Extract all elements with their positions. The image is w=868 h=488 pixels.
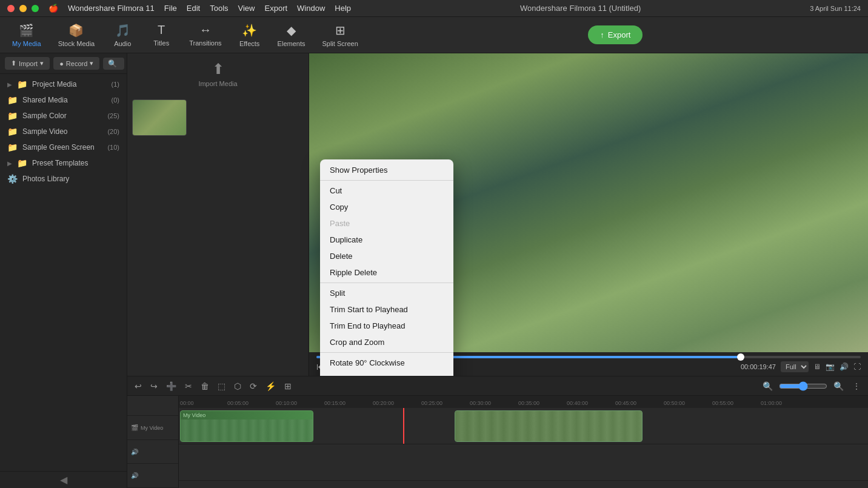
ctx-rotate-ccw[interactable]: Rotate 90° CounterClockwise (320, 371, 453, 376)
shared-media-label: Shared Media (22, 96, 68, 104)
record-label: Record (66, 60, 87, 67)
export-icon: ↑ (600, 30, 604, 39)
export-button[interactable]: ↑ Export (588, 25, 643, 44)
media-thumbnail-1[interactable] (132, 99, 187, 136)
ctx-ripple-delete[interactable]: Ripple Delete (320, 264, 453, 281)
mask-button[interactable]: ⬡ (232, 380, 244, 392)
toolbar-titles[interactable]: T Titles (143, 19, 179, 51)
toolbar-split-screen[interactable]: ⊞ Split Screen (315, 19, 365, 51)
ctx-trim-end[interactable]: Trim End to Playhead (320, 318, 453, 334)
ctx-trim-start[interactable]: Trim Start to Playhead (320, 301, 453, 318)
sidebar-item-sample-color[interactable]: 📁 Sample Color (25) (0, 108, 127, 124)
more-button[interactable]: ⋮ (850, 380, 863, 392)
record-icon: ● (59, 60, 64, 67)
crop-button[interactable]: ⬚ (215, 380, 228, 392)
screenshot-icon[interactable]: 📷 (826, 363, 835, 371)
split-screen-icon: ⊞ (335, 23, 346, 38)
ctx-crop-zoom[interactable]: Crop and Zoom (320, 334, 453, 350)
toolbar-transitions[interactable]: ↔ Transitions (182, 19, 229, 51)
ctx-separator-1 (320, 180, 453, 181)
minimize-button[interactable] (19, 5, 27, 12)
mac-menu: 🍎 Wondershare Filmora 11 File Edit Tools… (48, 4, 351, 13)
zoom-fit-button[interactable]: ⊞ (282, 380, 294, 392)
app-menu[interactable]: Wondershare Filmora 11 (68, 4, 155, 13)
quality-select[interactable]: Full 1/2 1/4 (781, 361, 809, 372)
import-button[interactable]: ⬆ Import ▾ (5, 57, 50, 70)
edit-menu[interactable]: Edit (187, 4, 200, 13)
volume-icon[interactable]: 🔊 (840, 363, 849, 371)
zoom-in-button[interactable]: 🔍 (760, 380, 775, 392)
my-media-label: My Media (12, 40, 41, 47)
ctx-rotate-cw[interactable]: Rotate 90° Clockwise (320, 355, 453, 371)
import-media-label: Import Media (198, 80, 237, 87)
monitor-icon[interactable]: 🖥 (813, 363, 821, 371)
import-media-icon: ⬆ (212, 61, 224, 78)
show-properties-label: Show Properties (330, 165, 387, 175)
sidebar-item-project-media[interactable]: ▶ 📁 Project Media (1) (0, 76, 127, 92)
view-menu[interactable]: View (238, 4, 255, 13)
toolbar-stock-media[interactable]: 📦 Stock Media (51, 19, 102, 51)
tools-menu[interactable]: Tools (210, 4, 228, 13)
sidebar-item-preset-templates[interactable]: ▶ 📁 Preset Templates (0, 155, 127, 171)
maximize-button[interactable] (32, 5, 39, 12)
zoom-out-button[interactable]: 🔍 (831, 380, 846, 392)
ctx-separator-3 (320, 352, 453, 353)
zoom-slider[interactable] (779, 381, 827, 391)
collapse-panel-icon[interactable]: ◀ (60, 474, 67, 486)
rotate-button[interactable]: ⟳ (247, 380, 259, 392)
delete-segment-button[interactable]: 🗑 (198, 380, 212, 392)
search-icon: 🔍 (108, 59, 117, 68)
photos-library-icon: ⚙️ (7, 174, 18, 184)
ctx-cut[interactable]: Cut (320, 182, 453, 199)
delete-label: Delete (330, 252, 353, 261)
ctx-copy[interactable]: Copy (320, 199, 453, 215)
ctx-show-properties[interactable]: Show Properties (320, 162, 453, 178)
sidebar: ⬆ Import ▾ ● Record ▾ 🔍 ⚡ ⊞ ▶ (0, 53, 127, 488)
sample-color-label: Sample Color (22, 112, 67, 120)
toolbar-effects[interactable]: ✨ Effects (232, 19, 268, 51)
file-menu[interactable]: File (164, 4, 177, 13)
sidebar-item-shared-media[interactable]: 📁 Shared Media (0) (0, 92, 127, 108)
apple-menu[interactable]: 🍎 (48, 4, 58, 13)
video-clip-2[interactable] (455, 410, 643, 442)
project-media-label: Project Media (32, 80, 76, 89)
video-clip-1[interactable]: My Video (180, 410, 313, 442)
split-screen-label: Split Screen (322, 40, 358, 47)
track-label-audio-1: 🔊 (127, 440, 178, 464)
redo-button[interactable]: ↪ (148, 380, 160, 392)
record-button[interactable]: ● Record ▾ (53, 57, 99, 70)
status-icons: 3 April Sun 11:24 (810, 5, 861, 12)
ctx-split[interactable]: Split (320, 285, 453, 301)
close-button[interactable] (7, 5, 15, 12)
ctx-delete[interactable]: Delete (320, 248, 453, 264)
toolbar-audio[interactable]: 🎵 Audio (104, 19, 141, 51)
ruler-mark-5: 00:25:00 (421, 400, 442, 406)
speed-button[interactable]: ⚡ (263, 380, 278, 392)
undo-button[interactable]: ↩ (132, 380, 144, 392)
media-grid (127, 95, 309, 141)
ruler-mark-9: 00:45:00 (615, 400, 636, 406)
toolbar-elements[interactable]: ◆ Elements (270, 19, 313, 51)
scissors-button[interactable]: ✂ (182, 380, 195, 392)
window-menu[interactable]: Window (297, 4, 325, 13)
sample-color-count: (25) (107, 112, 119, 119)
sample-video-count: (20) (107, 128, 119, 135)
sidebar-item-sample-green[interactable]: 📁 Sample Green Screen (10) (0, 139, 127, 155)
audio-track-2 (179, 481, 868, 488)
ctx-duplicate[interactable]: Duplicate (320, 232, 453, 248)
fullscreen-icon[interactable]: ⛶ (853, 363, 861, 371)
toolbar-my-media[interactable]: 🎬 My Media (5, 19, 48, 51)
ruler-mark-3: 00:15:00 (324, 400, 346, 406)
sample-video-label: Sample Video (22, 127, 68, 136)
ruler-mark-8: 00:40:00 (567, 400, 588, 406)
import-media-button[interactable]: ⬆ Import Media (127, 53, 309, 95)
add-track-button[interactable]: ➕ (164, 380, 179, 392)
help-menu[interactable]: Help (335, 4, 351, 13)
shared-media-count: (0) (112, 96, 119, 104)
sidebar-item-sample-video[interactable]: 📁 Sample Video (20) (0, 124, 127, 139)
search-box[interactable]: 🔍 (103, 58, 124, 70)
export-menu[interactable]: Export (265, 4, 288, 13)
sidebar-item-photos-library[interactable]: ⚙️ Photos Library (0, 171, 127, 187)
import-chevron-icon: ▾ (40, 59, 44, 67)
sample-green-label: Sample Green Screen (22, 143, 95, 152)
